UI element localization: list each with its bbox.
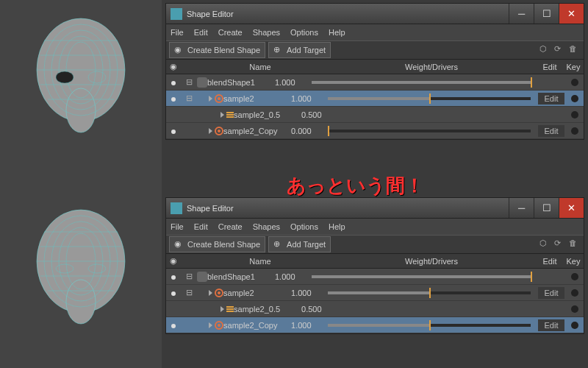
key-button[interactable] xyxy=(566,322,584,329)
weight-value[interactable]: 1.000 xyxy=(275,78,306,87)
refresh-icon[interactable]: ⟳ xyxy=(554,238,566,250)
header-weight[interactable]: Weight/Drivers xyxy=(326,63,537,71)
close-button[interactable]: ✕ xyxy=(559,198,584,218)
trash-icon[interactable]: 🗑 xyxy=(569,44,581,56)
menu-file[interactable]: File xyxy=(171,222,184,231)
visibility-dot[interactable] xyxy=(171,81,176,85)
weight-value[interactable]: 1.000 xyxy=(291,94,322,103)
header-name[interactable]: Name xyxy=(194,257,326,266)
maximize-button[interactable]: ☐ xyxy=(534,4,559,24)
titlebar[interactable]: Shape Editor ─ ☐ ✕ xyxy=(166,198,584,219)
expand-arrow[interactable] xyxy=(209,96,212,102)
weight-value[interactable]: 1.000 xyxy=(291,289,322,297)
edit-button[interactable]: Edit xyxy=(538,93,564,105)
header-edit[interactable]: Edit xyxy=(537,63,563,71)
shape-row[interactable]: sample2_0.5 0.500 xyxy=(166,301,584,317)
refresh-icon[interactable]: ⟳ xyxy=(554,44,566,56)
header-edit[interactable]: Edit xyxy=(537,257,563,266)
visibility-dot[interactable] xyxy=(171,275,176,280)
weight-slider[interactable] xyxy=(312,275,531,278)
header-name[interactable]: Name xyxy=(194,63,326,71)
shape-row[interactable]: ⊟ sample2 1.000 Edit xyxy=(166,285,584,301)
header-weight[interactable]: Weight/Drivers xyxy=(326,257,537,266)
create-blend-shape-button[interactable]: ◉Create Blend Shape xyxy=(169,42,265,58)
weight-value[interactable]: 0.000 xyxy=(291,127,322,135)
tree-toggle[interactable]: ⊟ xyxy=(181,77,197,87)
shape-row[interactable]: sample2_0.5 0.500 xyxy=(166,107,584,123)
menu-help[interactable]: Help xyxy=(329,222,345,231)
expand-arrow[interactable] xyxy=(220,112,224,118)
key-button[interactable] xyxy=(566,111,584,118)
weight-value[interactable]: 0.500 xyxy=(301,110,332,119)
expand-arrow[interactable] xyxy=(209,322,212,328)
shape-name[interactable]: sample2_0.5 xyxy=(234,305,301,314)
shape-row[interactable]: sample2_Copy 0.000 Edit xyxy=(166,123,584,139)
tree-toggle[interactable]: ⊟ xyxy=(181,272,197,281)
expand-arrow[interactable] xyxy=(209,290,212,296)
header-key[interactable]: Key xyxy=(563,257,584,266)
visibility-dot[interactable] xyxy=(171,130,176,134)
weight-slider[interactable] xyxy=(328,324,531,327)
weight-slider[interactable] xyxy=(328,291,531,294)
node-icon[interactable]: ⬡ xyxy=(539,44,551,56)
viewport-3d[interactable] xyxy=(0,0,162,368)
menu-options[interactable]: Options xyxy=(290,28,318,37)
edit-button[interactable]: Edit xyxy=(538,125,564,137)
shape-row[interactable]: ⊟ sample2 1.000 Edit xyxy=(166,91,584,107)
shape-name[interactable]: sample2 xyxy=(223,289,291,297)
shape-name[interactable]: sample2_Copy xyxy=(223,321,291,330)
shape-name[interactable]: blendShape1 xyxy=(207,78,275,87)
menu-file[interactable]: File xyxy=(171,28,184,37)
shape-row[interactable]: ⊟ blendShape1 1.000 xyxy=(166,269,584,285)
weight-slider[interactable] xyxy=(312,81,531,84)
shape-name[interactable]: blendShape1 xyxy=(207,272,275,281)
edit-button[interactable]: Edit xyxy=(538,287,564,299)
menu-create[interactable]: Create xyxy=(218,222,243,231)
weight-slider[interactable] xyxy=(328,97,531,100)
shape-editor-window: Shape Editor ─ ☐ ✕ File Edit Create Shap… xyxy=(165,3,584,140)
tree-toggle[interactable]: ⊟ xyxy=(181,288,197,297)
minimize-button[interactable]: ─ xyxy=(509,4,534,24)
add-target-button[interactable]: ⊕Add Target xyxy=(268,236,331,252)
menu-help[interactable]: Help xyxy=(329,28,345,37)
weight-value[interactable]: 1.000 xyxy=(291,321,322,330)
key-button[interactable] xyxy=(566,273,584,280)
key-button[interactable] xyxy=(566,95,584,102)
key-button[interactable] xyxy=(566,79,584,86)
header-visibility[interactable]: ◉ xyxy=(166,62,181,71)
visibility-dot[interactable] xyxy=(171,324,176,328)
menu-options[interactable]: Options xyxy=(290,222,318,231)
maximize-button[interactable]: ☐ xyxy=(534,198,559,218)
visibility-dot[interactable] xyxy=(171,291,176,296)
header-visibility[interactable]: ◉ xyxy=(166,256,181,266)
menu-create[interactable]: Create xyxy=(218,28,243,37)
header-key[interactable]: Key xyxy=(563,63,584,71)
menu-edit[interactable]: Edit xyxy=(194,222,208,231)
menu-shapes[interactable]: Shapes xyxy=(253,222,280,231)
shape-row[interactable]: sample2_Copy 1.000 Edit xyxy=(166,317,584,333)
menu-shapes[interactable]: Shapes xyxy=(253,28,280,37)
add-target-button[interactable]: ⊕Add Target xyxy=(268,42,331,58)
shape-name[interactable]: sample2_Copy xyxy=(223,127,291,135)
shape-name[interactable]: sample2_0.5 xyxy=(234,110,301,119)
close-button[interactable]: ✕ xyxy=(559,4,584,24)
shape-row[interactable]: ⊟ blendShape1 1.000 xyxy=(166,74,584,91)
weight-value[interactable]: 0.500 xyxy=(301,305,332,314)
shape-name[interactable]: sample2 xyxy=(223,94,291,103)
expand-arrow[interactable] xyxy=(220,306,224,312)
key-button[interactable] xyxy=(566,289,584,297)
key-button[interactable] xyxy=(566,305,584,313)
minimize-button[interactable]: ─ xyxy=(509,198,534,218)
visibility-dot[interactable] xyxy=(171,97,176,102)
weight-value[interactable]: 1.000 xyxy=(275,272,306,281)
node-icon[interactable]: ⬡ xyxy=(539,238,551,250)
key-button[interactable] xyxy=(566,127,584,135)
edit-button[interactable]: Edit xyxy=(538,319,564,331)
menu-edit[interactable]: Edit xyxy=(194,28,208,37)
weight-slider[interactable] xyxy=(328,130,531,132)
create-blend-shape-button[interactable]: ◉Create Blend Shape xyxy=(169,236,265,252)
titlebar[interactable]: Shape Editor ─ ☐ ✕ xyxy=(166,4,584,24)
expand-arrow[interactable] xyxy=(209,128,212,134)
trash-icon[interactable]: 🗑 xyxy=(569,238,581,250)
tree-toggle[interactable]: ⊟ xyxy=(181,93,197,103)
